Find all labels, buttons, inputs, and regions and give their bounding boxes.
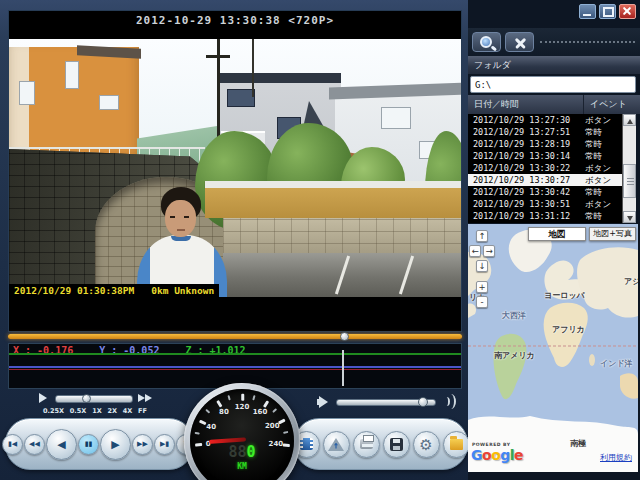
tools-button[interactable] [505, 32, 534, 52]
file-row-datetime: 2012/10/29 13:30:22 [468, 162, 585, 174]
gauge-unit-label: KM [184, 462, 300, 471]
gsensor-z-line [9, 353, 461, 355]
file-row[interactable]: 2012/10/29 13:30:27ボタン [468, 174, 622, 186]
map-photo-tab[interactable]: 地図+写真 [589, 227, 636, 241]
file-row[interactable]: 2012/10/29 13:30:22ボタン [468, 162, 622, 174]
speed-label-0.25x: 0.25X [43, 407, 64, 415]
play-button[interactable]: ▶ [100, 429, 131, 460]
gsensor-y-line [9, 366, 461, 368]
map-label-atlantic: 大西洋 [502, 310, 526, 321]
file-row-datetime: 2012/10/29 13:30:14 [468, 150, 585, 162]
speed-slider-handle[interactable] [82, 394, 91, 403]
file-row[interactable]: 2012/10/29 13:27:51常時 [468, 126, 622, 138]
guardrail [205, 181, 461, 188]
arrow-up-icon [627, 119, 633, 124]
zoom-in-button[interactable]: + [476, 281, 488, 293]
file-row[interactable]: 2012/10/29 13:27:30ボタン [468, 114, 622, 126]
rewind-button[interactable]: ◀◀ [24, 434, 45, 455]
scrollbar-thumb[interactable] [623, 164, 636, 198]
file-row-event: 常時 [585, 186, 602, 198]
speed-slider[interactable] [55, 395, 133, 403]
speed-labels: 0.25X0.5X1X2X4XFF [43, 407, 147, 415]
gauge-tick [241, 393, 244, 400]
speed-label-0.5x: 0.5X [70, 407, 87, 415]
file-row[interactable]: 2012/10/29 13:28:19常時 [468, 138, 622, 150]
file-row-event: 常時 [585, 138, 602, 150]
map-label-antarctica: 南極 [570, 438, 586, 449]
column-header-event[interactable]: イベント [584, 95, 640, 114]
file-row[interactable]: 2012/10/29 13:30:42常時 [468, 186, 622, 198]
close-button[interactable] [619, 4, 636, 19]
speed-label-ff: FF [138, 407, 147, 415]
pan-down-button[interactable]: ↓ [476, 260, 488, 272]
search-toolbar [468, 28, 640, 56]
scroll-down-button[interactable] [623, 211, 636, 223]
file-row[interactable]: 2012/10/29 13:30:51ボタン [468, 198, 622, 210]
settings-button[interactable]: ⚙ [413, 431, 440, 458]
play-reverse-button[interactable]: ◀ [46, 429, 77, 460]
file-row-datetime: 2012/10/29 13:31:12 [468, 210, 585, 222]
video-frame: 2012/10/29 01:30:38PM 0km Unknown [9, 39, 461, 297]
seek-track[interactable] [8, 334, 462, 339]
yellow-wall [205, 188, 461, 218]
pan-up-button[interactable]: ↑ [476, 230, 488, 242]
window-controls [579, 4, 636, 19]
map-label-africa: アフリカ [552, 324, 585, 335]
file-row-datetime: 2012/10/29 13:27:51 [468, 126, 585, 138]
light-stone-wall [223, 218, 461, 256]
file-list: 2012/10/29 13:27:30ボタン2012/10/29 13:27:5… [468, 114, 622, 223]
arrow-down-icon [627, 216, 633, 221]
folder-path-input[interactable] [470, 76, 636, 93]
column-header-datetime[interactable]: 日付／時間 [468, 95, 584, 114]
file-row[interactable]: 2012/10/29 13:31:12常時 [468, 210, 622, 222]
graph-cursor[interactable] [342, 350, 344, 386]
pan-left-button[interactable]: ← [469, 245, 481, 257]
skip-start-button[interactable]: ▮◀ [2, 434, 23, 455]
minimize-button[interactable] [579, 4, 596, 19]
file-row-event: ボタン [585, 198, 611, 210]
save-button[interactable] [383, 431, 410, 458]
open-folder-button[interactable] [443, 431, 470, 458]
pause-button[interactable]: ▮▮ [78, 434, 99, 455]
file-row[interactable]: 2012/10/29 13:30:14常時 [468, 150, 622, 162]
file-row-datetime: 2012/10/29 13:30:51 [468, 198, 585, 210]
file-list-scrollbar[interactable] [622, 114, 636, 223]
save-icon [390, 438, 403, 451]
file-row-datetime: 2012/10/29 13:27:30 [468, 114, 585, 126]
crossed-tools-icon [514, 37, 526, 49]
seek-handle[interactable] [340, 332, 349, 341]
gauge-tick-label: 120 [234, 403, 250, 411]
video-overlay-osd: 2012/10/29 01:30:38PM 0km Unknown [9, 284, 219, 297]
right-panel: フォルダ 日付／時間 イベント 2012/10/29 13:27:30ボタン20… [468, 0, 640, 480]
terms-link[interactable]: 利用規約 [600, 452, 632, 463]
folder-header: フォルダ [468, 56, 640, 74]
speedometer: 880 KM 04080120160200240 [184, 383, 300, 480]
file-row-datetime: 2012/10/29 13:30:42 [468, 186, 585, 198]
folder-icon [450, 439, 463, 450]
event-backup-button[interactable] [323, 431, 350, 458]
fast-forward-button[interactable]: ▶▶ [132, 434, 153, 455]
print-button[interactable] [353, 431, 380, 458]
speed-label-2x: 2X [107, 407, 117, 415]
maximize-icon [603, 7, 614, 17]
map-panel[interactable]: リカ 大西洋 ヨーロッパ アジ アフリカ 南アメリカ インド洋 南極 地図 地図… [468, 224, 638, 472]
file-row-datetime: 2012/10/29 13:28:19 [468, 138, 585, 150]
scroll-up-button[interactable] [623, 114, 636, 126]
map-tab[interactable]: 地図 [528, 227, 586, 241]
file-row-event: 常時 [585, 126, 602, 138]
search-button[interactable] [472, 32, 501, 52]
step-forward-button[interactable]: ▶▮ [154, 434, 175, 455]
seek-bar[interactable] [8, 332, 462, 342]
maximize-button[interactable] [599, 4, 616, 19]
printer-icon [360, 439, 373, 449]
gsensor-graph: X : -0.176 Y : -0.052 Z : +1.012 [8, 343, 462, 389]
volume-slider[interactable] [336, 399, 436, 406]
gauge-tick-label: 160 [252, 408, 268, 416]
gauge-minor-tick [283, 430, 288, 433]
volume-slider-handle[interactable] [418, 397, 428, 407]
map-label-asia: アジ [624, 276, 638, 287]
zoom-out-button[interactable]: - [476, 296, 488, 308]
video-panel: 2012-10-29 13:30:38 <720P> [8, 10, 462, 332]
pan-right-button[interactable]: → [483, 245, 495, 257]
gauge-minor-tick [195, 431, 200, 434]
